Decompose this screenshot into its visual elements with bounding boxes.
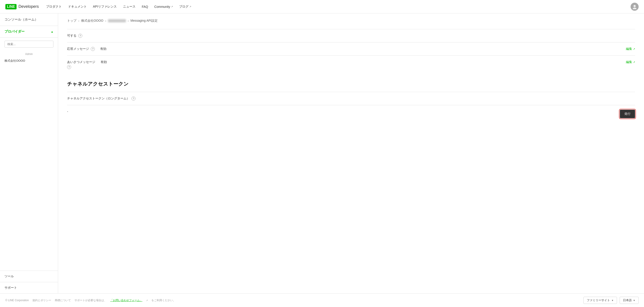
breadcrumb-arrow-3: ›	[128, 19, 129, 22]
sidebar-support[interactable]: サポート	[0, 282, 58, 293]
token-value-row: - 発行	[67, 105, 635, 123]
sidebar-home[interactable]: コンソール（ホーム）	[0, 13, 58, 26]
breadcrumb-arrow-1: ›	[78, 19, 80, 22]
nav-document[interactable]: ドキュメント	[68, 5, 87, 9]
logo-developers-text: Developers	[18, 4, 39, 9]
sidebar-provider-label: プロバイダー	[4, 29, 24, 34]
search-input[interactable]	[4, 41, 54, 48]
breadcrumb-company[interactable]: 株式会社OOOO	[81, 19, 104, 23]
response-message-row: 応答メッセージ ? 有効 編集 ↗	[67, 42, 635, 55]
token-value: -	[67, 110, 68, 113]
footer-support-suffix: をご利用ください。	[152, 299, 176, 302]
header: LINE Developers プロダクト ドキュメント APIリファレンス ニ…	[0, 0, 644, 13]
footer-copyright: © LINE Corporation	[5, 299, 29, 302]
footer-contact-link[interactable]: 「お問い合わせフォーム」	[110, 299, 142, 302]
breadcrumb-channel-blurred	[108, 19, 126, 22]
greeting-message-row: あいさつメッセージ 有効 ? 編集 ↗	[67, 55, 635, 73]
sidebar: コンソール（ホーム） プロバイダー ▲ Admin 株式会社OOOO ツール サ…	[0, 13, 58, 293]
response-message-edit-link[interactable]: 編集 ↗	[626, 47, 635, 51]
footer-right: ファミリーサイト ▼ 日本語 ▼	[584, 297, 639, 304]
breadcrumb-top[interactable]: トップ	[67, 19, 76, 23]
logo: LINE Developers	[5, 4, 39, 9]
breadcrumb-page: Messaging API設定	[130, 19, 158, 23]
language-chevron-icon: ▼	[633, 299, 635, 302]
external-link-icon-blog: ↗	[190, 5, 191, 8]
edit-external-icon: ↗	[633, 48, 635, 50]
sidebar-group-label: Admin	[0, 51, 58, 56]
channel-access-token-left: チャネルアクセストークン（ロングターム） ?	[67, 96, 136, 101]
auto-reply-left: 可する ?	[67, 34, 82, 38]
sidebar-search-container	[4, 41, 54, 48]
channel-access-token-label: チャネルアクセストークン（ロングターム）	[67, 96, 130, 101]
footer-support-text: サポートが必要な場合は、	[74, 299, 107, 302]
channel-access-token-heading: チャネルアクセストークン	[67, 73, 635, 92]
family-site-chevron-icon: ▼	[611, 299, 614, 302]
auto-reply-row: 可する ?	[67, 29, 635, 42]
layout: コンソール（ホーム） プロバイダー ▲ Admin 株式会社OOOO ツール サ…	[0, 13, 644, 293]
auto-reply-label: 可する	[67, 34, 76, 38]
svg-point-1	[633, 7, 636, 9]
response-message-value: 有効	[100, 47, 106, 51]
channel-access-token-help-icon[interactable]: ?	[132, 96, 136, 101]
channel-access-token-row: チャネルアクセストークン（ロングターム） ?	[67, 92, 635, 105]
edit-external-icon-greeting: ↗	[633, 61, 635, 64]
greeting-message-help-icon[interactable]: ?	[67, 65, 71, 69]
response-message-label: 応答メッセージ	[67, 47, 89, 51]
footer-left: © LINE Corporation 規約とポリシー 商標について サポートが必…	[5, 299, 176, 302]
footer-terms[interactable]: 規約とポリシー	[32, 299, 51, 302]
response-message-left: 応答メッセージ ? 有効	[67, 47, 106, 51]
language-dropdown[interactable]: 日本語 ▼	[620, 297, 639, 304]
main-nav: プロダクト ドキュメント APIリファレンス ニュース FAQ Communit…	[46, 5, 631, 9]
greeting-message-help-row: ?	[67, 65, 107, 69]
nav-blog[interactable]: ブログ ↗	[179, 5, 191, 9]
response-message-help-icon[interactable]: ?	[91, 47, 95, 51]
logo-line-badge: LINE	[5, 4, 16, 9]
sidebar-bottom: ツール サポート	[0, 271, 58, 293]
footer: © LINE Corporation 規約とポリシー 商標について サポートが必…	[0, 293, 644, 307]
greeting-message-value: 有効	[100, 60, 107, 64]
footer-external-icon: ↗	[146, 299, 148, 302]
issue-button[interactable]: 発行	[620, 110, 635, 118]
nav-product[interactable]: プロダクト	[46, 5, 62, 9]
language-label: 日本語	[623, 298, 632, 302]
sidebar-item-company[interactable]: 株式会社OOOO	[0, 56, 58, 65]
greeting-message-edit-link[interactable]: 編集 ↗	[626, 60, 635, 64]
nav-community[interactable]: Community ↗	[154, 5, 173, 8]
main-content: トップ › 株式会社OOOO › › Messaging API設定 可する ?…	[58, 13, 644, 293]
breadcrumb-arrow-2: ›	[105, 19, 106, 22]
external-link-icon: ↗	[171, 5, 173, 8]
greeting-message-label: あいさつメッセージ	[67, 60, 95, 64]
sidebar-arrow-icon: ▲	[51, 30, 54, 33]
nav-faq[interactable]: FAQ	[142, 5, 148, 8]
sidebar-tool[interactable]: ツール	[0, 271, 58, 282]
user-avatar[interactable]	[630, 3, 639, 11]
greeting-message-top: あいさつメッセージ 有効	[67, 60, 107, 64]
greeting-message-left: あいさつメッセージ 有効 ?	[67, 60, 107, 69]
nav-api-reference[interactable]: APIリファレンス	[93, 5, 117, 9]
family-site-label: ファミリーサイト	[587, 298, 610, 302]
family-site-dropdown[interactable]: ファミリーサイト ▼	[584, 297, 617, 304]
greeting-message-multiline: あいさつメッセージ 有効 ?	[67, 60, 107, 69]
sidebar-provider-header[interactable]: プロバイダー ▲	[0, 26, 58, 37]
auto-reply-help-icon[interactable]: ?	[78, 34, 82, 38]
svg-point-0	[634, 5, 636, 7]
breadcrumb: トップ › 株式会社OOOO › › Messaging API設定	[67, 19, 635, 23]
nav-news[interactable]: ニュース	[123, 5, 136, 9]
footer-trademark[interactable]: 商標について	[55, 299, 71, 302]
